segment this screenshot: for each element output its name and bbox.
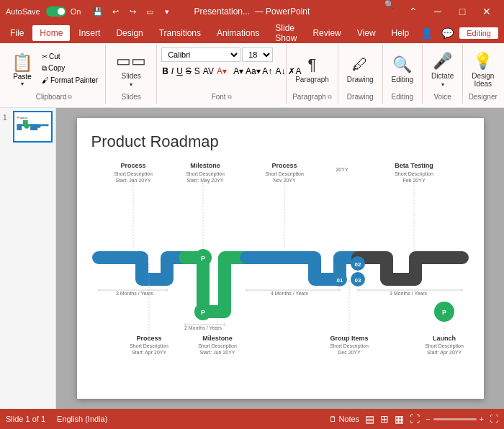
slides-group: ▭▭ Slides ▾ Slides	[106, 45, 157, 104]
mode-label[interactable]: Editing	[459, 27, 498, 39]
roadmap-diagram: Process Short Description Start: Jan 20Y…	[91, 157, 469, 380]
menu-home[interactable]: Home	[32, 25, 70, 41]
menu-transitions[interactable]: Transitions	[152, 25, 208, 41]
view-reading-btn[interactable]: ▦	[395, 413, 404, 425]
menu-slideshow[interactable]: Slide Show	[268, 20, 304, 46]
customize-icon[interactable]: ▾	[161, 5, 174, 18]
minimize-btn[interactable]: ─	[426, 0, 449, 23]
svg-text:20YY: 20YY	[336, 167, 348, 172]
font-color-picker[interactable]: A▾	[216, 64, 228, 78]
comments-icon[interactable]: 💬	[438, 26, 456, 40]
char-spacing-button[interactable]: AV	[202, 64, 215, 78]
dictate-button[interactable]: 🎤 Dictate ▾	[427, 49, 458, 91]
voice-group: 🎤 Dictate ▾ Voice	[423, 45, 463, 104]
svg-text:Feb 20YY: Feb 20YY	[402, 178, 425, 183]
svg-text:Beta Testing: Beta Testing	[395, 162, 433, 169]
format-painter-button[interactable]: 🖌 Format Painter	[39, 75, 101, 86]
clipboard-expand[interactable]: ⧉	[68, 94, 72, 101]
paste-button[interactable]: 📋 Paste ▾	[7, 51, 37, 89]
slide-title: Product Roadmap	[91, 132, 469, 151]
change-case-btn[interactable]: Aa▾	[246, 64, 260, 78]
paragraph-expand[interactable]: ⧉	[328, 94, 332, 101]
status-bar: Slide 1 of 1 English (India) 🗒 Notes ▤ ⊞…	[0, 409, 504, 429]
autosave-toggle[interactable]	[46, 6, 66, 17]
new-slide-button[interactable]: ▭▭ Slides ▾	[112, 49, 150, 91]
font-expand[interactable]: ⧉	[228, 94, 232, 101]
menu-design[interactable]: Design	[109, 25, 150, 41]
paragraph-icon: ¶	[308, 55, 317, 74]
dictate-dropdown[interactable]: ▾	[441, 81, 444, 88]
menu-file[interactable]: File	[3, 25, 31, 41]
menu-review[interactable]: Review	[305, 25, 348, 41]
font-size-select[interactable]: 18	[242, 48, 273, 62]
paste-dropdown[interactable]: ▾	[21, 81, 24, 87]
slides-dropdown[interactable]: ▾	[130, 81, 132, 88]
clipboard-actions: ✂ Cut ⧉ Copy 🖌 Format Painter	[39, 51, 101, 89]
svg-text:Start: Apr 20YY: Start: Apr 20YY	[131, 350, 166, 356]
drawing-button[interactable]: 🖊 Drawing	[343, 53, 378, 86]
strikethrough-button[interactable]: S	[185, 64, 192, 78]
underline-button[interactable]: U	[176, 64, 184, 78]
ribbon-collapse-btn[interactable]: ⌃	[402, 0, 425, 23]
editing-group: 🔍 Editing Editing	[383, 45, 423, 104]
svg-text:P: P	[200, 309, 204, 316]
font-color-bg[interactable]: A▾	[233, 64, 244, 78]
view-slideshow-btn[interactable]: ⛶	[410, 413, 420, 425]
shadow-button[interactable]: S	[194, 64, 201, 78]
copy-icon: ⧉	[42, 64, 47, 73]
autosave-label: AutoSave	[6, 7, 40, 16]
zoom-in-btn[interactable]: +	[480, 415, 484, 423]
slide-info: Slide 1 of 1	[6, 415, 45, 423]
slide-thumb-container: 1 Product	[3, 111, 53, 143]
svg-text:02: 02	[354, 261, 361, 268]
slide-thumb-preview: Product	[14, 111, 51, 143]
italic-button[interactable]: I	[171, 64, 174, 78]
maximize-btn[interactable]: □	[451, 0, 474, 23]
ribbon: 📋 Paste ▾ ✂ Cut ⧉ Copy	[0, 43, 504, 108]
font-name-select[interactable]: Calibri	[161, 48, 240, 62]
fit-slide-btn[interactable]: ⛶	[490, 414, 498, 424]
menu-help[interactable]: Help	[384, 25, 417, 41]
undo-icon[interactable]: ↩	[109, 5, 122, 18]
search-box[interactable]: 🔍	[384, 0, 395, 23]
title-bar-left: AutoSave On 💾 ↩ ↪ ▭ ▾	[6, 5, 174, 18]
svg-text:2 Months / Years: 2 Months / Years	[184, 325, 222, 330]
ribbon-pin-icon[interactable]: ⌄	[501, 26, 504, 40]
view-normal-btn[interactable]: ▤	[365, 413, 374, 425]
view-sorter-btn[interactable]: ⊞	[380, 413, 389, 425]
menu-view[interactable]: View	[350, 25, 383, 41]
paste-group: 📋 Paste ▾ ✂ Cut ⧉ Copy	[7, 51, 101, 89]
menu-insert[interactable]: Insert	[71, 25, 107, 41]
zoom-out-btn[interactable]: −	[426, 415, 430, 423]
close-btn[interactable]: ✕	[475, 0, 498, 23]
svg-text:P: P	[200, 255, 204, 262]
cut-button[interactable]: ✂ Cut	[39, 51, 101, 62]
slide-canvas[interactable]: Product Roadmap Process Short Descriptio…	[77, 118, 484, 399]
svg-text:Short Description: Short Description	[395, 171, 433, 177]
svg-text:Process: Process	[120, 162, 145, 169]
autosave-knob	[58, 8, 65, 15]
paragraph-label: Paragraph	[292, 93, 326, 101]
new-slide-icon[interactable]: ▭	[143, 5, 156, 18]
zoom-slider[interactable]	[433, 418, 477, 420]
svg-text:03: 03	[354, 277, 361, 284]
notes-button[interactable]: 🗒 Notes	[329, 415, 359, 423]
slide-thumbnail[interactable]: Product	[13, 111, 53, 143]
svg-text:4 Months / Years: 4 Months / Years	[270, 291, 308, 296]
decrease-font-btn[interactable]: A↓	[274, 64, 286, 78]
svg-text:Short Description: Short Description	[425, 343, 464, 349]
increase-font-btn[interactable]: A↑	[261, 64, 273, 78]
editing-button[interactable]: 🔍 Editing	[387, 53, 418, 86]
svg-text:Short Description: Short Description	[265, 171, 304, 177]
svg-text:Short Description: Short Description	[198, 343, 237, 349]
save-icon[interactable]: 💾	[91, 5, 104, 18]
share-icon[interactable]: 👤	[418, 26, 436, 40]
menu-animations[interactable]: Animations	[210, 25, 266, 41]
redo-icon[interactable]: ↪	[126, 5, 139, 18]
bold-button[interactable]: B	[161, 64, 169, 78]
design-ideas-button[interactable]: 💡 DesignIdeas	[467, 49, 498, 91]
copy-button[interactable]: ⧉ Copy	[39, 63, 101, 74]
design-ideas-label: DesignIdeas	[472, 72, 494, 88]
paragraph-button[interactable]: ¶ Paragraph	[291, 53, 333, 86]
paragraph-group: ¶ Paragraph Paragraph ⧉	[287, 45, 338, 104]
